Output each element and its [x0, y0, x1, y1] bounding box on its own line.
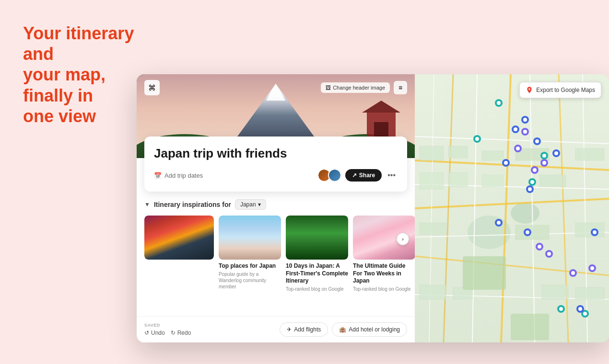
action-buttons: ✈ Add flights 🏨 Add hotel or lodging: [280, 322, 407, 337]
add-hotel-button[interactable]: 🏨 Add hotel or lodging: [332, 322, 407, 337]
svg-rect-27: [482, 151, 504, 160]
svg-point-72: [593, 230, 597, 234]
svg-point-84: [538, 245, 541, 249]
svg-rect-33: [539, 175, 566, 187]
add-flights-button[interactable]: ✈ Add flights: [280, 322, 328, 337]
export-google-maps-button[interactable]: Export to Google Maps: [519, 82, 601, 98]
svg-rect-42: [511, 314, 549, 340]
map-background: Export to Google Maps: [415, 74, 609, 342]
svg-rect-31: [448, 172, 468, 187]
chevron-icon: ▼: [144, 201, 150, 208]
trip-title: Japan trip with friends: [154, 146, 398, 161]
card-3-subtitle: Top-ranked blog on Google: [353, 286, 415, 292]
svg-rect-39: [542, 285, 568, 299]
svg-point-62: [554, 151, 558, 155]
map-panel: Export to Google Maps: [415, 74, 609, 342]
card-2-title: 10 Days in Japan: A First-Timer's Comple…: [286, 262, 348, 285]
header-top-bar: ⌘ 🖼 Change header image ≡: [137, 74, 415, 101]
logo-icon[interactable]: ⌘: [144, 80, 160, 95]
svg-rect-25: [420, 146, 444, 160]
svg-rect-8: [415, 74, 609, 342]
inspirations-header: ▼ Itinerary inspirations for Japan ▾: [144, 199, 407, 210]
header-right-buttons: 🖼 Change header image ≡: [321, 81, 407, 94]
menu-icon: ≡: [398, 84, 402, 91]
svg-rect-32: [482, 175, 504, 187]
inspiration-cards-row: Top places for Japan Popular guide by a …: [144, 216, 407, 292]
svg-point-90: [571, 271, 575, 275]
menu-button[interactable]: ≡: [394, 81, 407, 94]
card-2-subtitle: Top-ranked blog on Google: [286, 286, 348, 292]
avatar-2: [328, 169, 341, 182]
inspiration-card-1[interactable]: Top places for Japan Popular guide by a …: [219, 216, 281, 290]
svg-rect-40: [575, 287, 604, 299]
calendar-icon: 📅: [154, 172, 162, 179]
trip-meta: 📅 Add trip dates ↗ Share: [154, 169, 398, 182]
svg-rect-30: [420, 172, 444, 189]
svg-point-86: [547, 252, 551, 256]
card-3-title: The Ultimate Guide For Two Weeks in Japa…: [353, 262, 415, 285]
svg-point-91: [529, 88, 530, 90]
export-label: Export to Google Maps: [536, 87, 595, 93]
svg-point-64: [504, 161, 508, 165]
ui-container: ⌘ 🖼 Change header image ≡ Japan trip wit…: [137, 74, 609, 342]
saved-label: SAVED: [144, 323, 191, 328]
bottom-bar: SAVED ↺ Undo ↻ Redo ✈ Add flights: [137, 316, 415, 342]
inspiration-card-2[interactable]: 10 Days in Japan: A First-Timer's Comple…: [286, 216, 348, 292]
hotel-icon: 🏨: [339, 326, 346, 333]
svg-rect-35: [515, 225, 549, 239]
inspiration-card-3[interactable]: The Ultimate Guide For Two Weeks in Japa…: [353, 216, 415, 292]
image-icon: 🖼: [326, 85, 331, 91]
svg-point-68: [497, 221, 501, 225]
svg-point-88: [590, 266, 594, 270]
google-maps-icon: [526, 86, 533, 94]
flights-icon: ✈: [287, 326, 292, 333]
svg-rect-36: [575, 223, 604, 237]
svg-point-82: [533, 168, 537, 172]
card-1-subtitle: Popular guide by a Wanderlog community m…: [219, 271, 281, 290]
add-dates-button[interactable]: 📅 Add trip dates: [154, 172, 203, 179]
svg-point-48: [542, 154, 546, 158]
svg-point-50: [530, 180, 534, 184]
share-icon: ↗: [352, 172, 357, 179]
svg-rect-37: [420, 285, 446, 299]
redo-icon: ↻: [171, 330, 176, 336]
dropdown-icon: ▾: [258, 201, 261, 208]
svg-point-46: [475, 137, 479, 141]
svg-point-76: [523, 130, 527, 134]
svg-point-70: [526, 230, 529, 234]
destination-dropdown[interactable]: Japan ▾: [235, 199, 266, 210]
svg-rect-34: [420, 223, 446, 235]
inspiration-card-0[interactable]: [144, 216, 214, 262]
svg-point-54: [583, 312, 587, 316]
change-header-button[interactable]: 🖼 Change header image: [321, 82, 390, 93]
undo-button[interactable]: ↺ Undo: [144, 330, 165, 336]
saved-section: SAVED ↺ Undo ↻ Redo: [144, 323, 191, 336]
svg-point-60: [535, 139, 539, 143]
svg-point-56: [523, 118, 527, 122]
svg-point-66: [528, 187, 532, 191]
svg-rect-29: [575, 148, 604, 160]
svg-point-44: [497, 101, 501, 105]
card-1-title: Top places for Japan: [219, 262, 281, 270]
svg-rect-26: [448, 146, 468, 158]
trip-card: Japan trip with friends 📅 Add trip dates: [144, 136, 407, 192]
itinerary-panel: ⌘ 🖼 Change header image ≡ Japan trip wit…: [137, 74, 415, 342]
svg-point-78: [516, 147, 520, 150]
svg-point-80: [542, 161, 546, 165]
redo-button[interactable]: ↻ Redo: [171, 330, 191, 336]
share-button[interactable]: ↗ Share: [345, 169, 382, 182]
svg-rect-41: [463, 256, 506, 290]
undo-icon: ↺: [144, 330, 149, 336]
svg-point-10: [511, 203, 539, 224]
avatars-group: [317, 169, 341, 182]
undo-redo-group: ↺ Undo ↻ Redo: [144, 330, 191, 336]
next-cards-button[interactable]: ›: [397, 233, 409, 245]
svg-point-58: [514, 127, 517, 131]
svg-point-74: [578, 307, 582, 311]
svg-point-52: [559, 307, 563, 311]
next-icon: ›: [402, 236, 404, 242]
inspirations-title: Itinerary inspirations for: [154, 201, 231, 208]
inspirations-section: ▼ Itinerary inspirations for Japan ▾: [137, 192, 415, 316]
more-options-button[interactable]: •••: [386, 170, 398, 181]
trip-actions: ↗ Share •••: [317, 169, 398, 182]
